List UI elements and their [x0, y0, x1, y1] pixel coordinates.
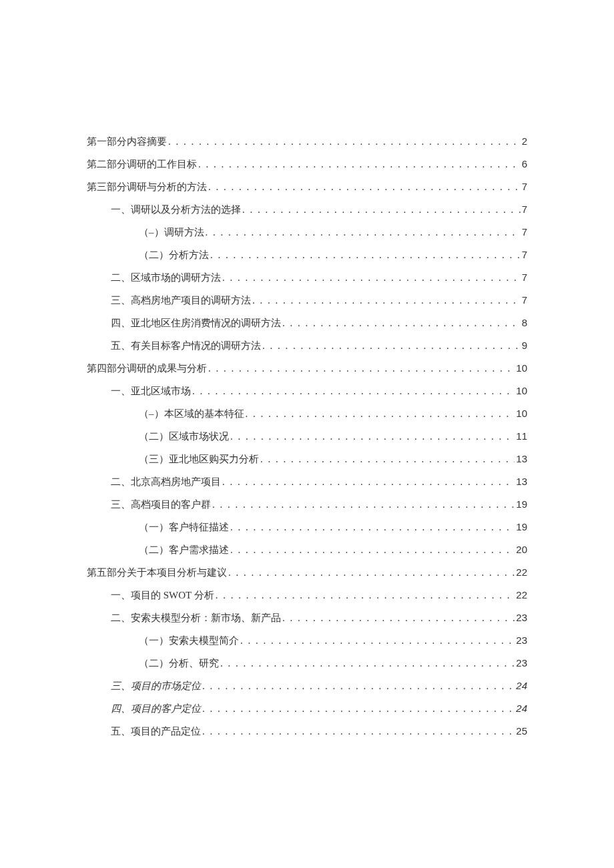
toc-page-number: 24: [516, 678, 527, 694]
toc-label: 三、项目的市场定位: [111, 678, 201, 694]
toc-label: 一、调研以及分析方法的选择: [111, 201, 241, 218]
toc-entry: 四、亚北地区住房消费情况的调研方法8: [87, 315, 527, 331]
toc-entry: 第一部分内容摘要2: [87, 133, 527, 149]
toc-leader-dots: [208, 179, 521, 195]
toc-label: 三、高档项目的客户群: [111, 496, 211, 512]
toc-entry: 三、高档房地产项目的调研方法7: [87, 292, 527, 308]
toc-page-number: 7: [522, 201, 527, 218]
toc-entry: 三、项目的市场定位24: [87, 678, 527, 694]
toc-leader-dots: [216, 587, 515, 603]
toc-leader-dots: [230, 428, 515, 444]
toc-page-number: 13: [516, 451, 527, 467]
toc-label: 五、有关目标客户情况的调研方法: [111, 338, 261, 354]
toc-label: 二、北京高档房地产项目: [111, 474, 221, 490]
toc-leader-dots: [242, 201, 521, 218]
toc-label: 三、高档房地产项目的调研方法: [111, 292, 251, 308]
toc-page-number: 10: [516, 360, 527, 376]
toc-label: 四、项目的客户定位: [111, 701, 201, 717]
toc-label: 四、亚北地区住房消费情况的调研方法: [111, 315, 281, 331]
toc-entry: 第四部分调研的成果与分析10: [87, 360, 527, 376]
toc-label: 第五部分关于本项目分析与建议: [87, 564, 227, 580]
toc-page-number: 25: [516, 723, 527, 739]
toc-entry: 一、调研以及分析方法的选择7: [87, 201, 527, 218]
toc-page-number: 22: [516, 564, 527, 580]
toc-leader-dots: [202, 701, 515, 717]
toc-label: 第四部分调研的成果与分析: [87, 360, 207, 376]
toc-page-number: 19: [516, 519, 527, 535]
toc-entry: （–）本区域的基本特征10: [87, 406, 527, 422]
toc-entry: 二、北京高档房地产项目13: [87, 474, 527, 490]
toc-label: （二）区域市场状况: [139, 428, 229, 444]
toc-leader-dots: [240, 632, 515, 648]
toc-leader-dots: [230, 542, 515, 558]
toc-page-number: 23: [516, 632, 527, 648]
toc-label: 第三部分调研与分析的方法: [87, 179, 207, 195]
toc-leader-dots: [222, 474, 515, 490]
toc-label: 第一部分内容摘要: [87, 133, 167, 149]
toc-page-number: 11: [516, 428, 527, 444]
toc-entry: 四、项目的客户定位24: [87, 701, 527, 717]
toc-leader-dots: [198, 156, 521, 172]
toc-leader-dots: [262, 338, 521, 354]
toc-label: （一）客户特征描述: [139, 519, 229, 535]
toc-entry: （二）客户需求描述20: [87, 542, 527, 558]
toc-entry: 五、有关目标客户情况的调研方法9: [87, 338, 527, 354]
toc-leader-dots: [192, 383, 515, 399]
toc-leader-dots: [230, 519, 515, 535]
toc-entry: （二）分析方法7: [87, 247, 527, 263]
toc-leader-dots: [212, 496, 515, 512]
toc-label: 一、项目的 SWOT 分析: [111, 587, 214, 603]
toc-entry: （二）分析、研究23: [87, 655, 527, 671]
toc-page-number: 7: [522, 247, 527, 263]
toc-leader-dots: [202, 678, 515, 694]
toc-label: （一）安索夫模型简介: [139, 632, 239, 648]
toc-page-number: 10: [516, 406, 527, 422]
toc-entry: 一、项目的 SWOT 分析22: [87, 587, 527, 603]
toc-label: 二、区域市场的调研方法: [111, 270, 221, 286]
toc-label: （二）客户需求描述: [139, 542, 229, 558]
toc-page-number: 2: [522, 133, 527, 149]
toc-page-number: 7: [522, 270, 527, 286]
toc-page-number: 10: [516, 383, 527, 399]
toc-leader-dots: [252, 292, 521, 308]
toc-leader-dots: [282, 610, 515, 626]
toc-label: （二）分析方法: [139, 247, 209, 263]
toc-page-number: 8: [522, 315, 527, 331]
toc-leader-dots: [228, 564, 515, 580]
toc-leader-dots: [260, 451, 515, 467]
toc-page-number: 9: [522, 338, 527, 354]
toc-label: 一、亚北区域市场: [111, 383, 191, 399]
toc-leader-dots: [206, 224, 521, 240]
toc-label: （二）分析、研究: [139, 655, 219, 671]
toc-page-number: 24: [516, 701, 527, 717]
toc-page-number: 19: [516, 496, 527, 512]
toc-entry: （一）客户特征描述19: [87, 519, 527, 535]
toc-leader-dots: [282, 315, 521, 331]
toc-page-number: 6: [522, 156, 527, 172]
toc-label: 五、项目的产品定位: [111, 723, 201, 739]
toc-leader-dots: [246, 406, 515, 422]
toc-entry: 二、安索夫模型分析：新市场、新产品23: [87, 610, 527, 626]
toc-leader-dots: [202, 723, 515, 739]
toc-leader-dots: [222, 270, 521, 286]
toc-entry: 第五部分关于本项目分析与建议22: [87, 564, 527, 580]
toc-entry: （一）安索夫模型简介23: [87, 632, 527, 648]
toc-page-number: 13: [516, 474, 527, 490]
toc-page-number: 23: [516, 610, 527, 626]
toc-page-number: 7: [522, 292, 527, 308]
toc-entry: （–）调研方法7: [87, 224, 527, 240]
toc-page-number: 7: [522, 224, 527, 240]
toc-leader-dots: [210, 247, 521, 263]
toc-entry: 第二部分调研的工作目标6: [87, 156, 527, 172]
toc-page-number: 22: [516, 587, 527, 603]
toc-page-number: 7: [522, 179, 527, 195]
toc-label: （三）亚北地区购买力分析: [139, 451, 259, 467]
toc-label: （–）调研方法: [139, 224, 204, 240]
toc-page-number: 23: [516, 655, 527, 671]
toc-page-number: 20: [516, 542, 527, 558]
toc-label: 第二部分调研的工作目标: [87, 156, 197, 172]
toc-leader-dots: [220, 655, 515, 671]
toc-entry: 三、高档项目的客户群19: [87, 496, 527, 512]
table-of-contents: 第一部分内容摘要2第二部分调研的工作目标6第三部分调研与分析的方法7一、调研以及…: [87, 133, 527, 739]
toc-entry: 二、区域市场的调研方法7: [87, 270, 527, 286]
